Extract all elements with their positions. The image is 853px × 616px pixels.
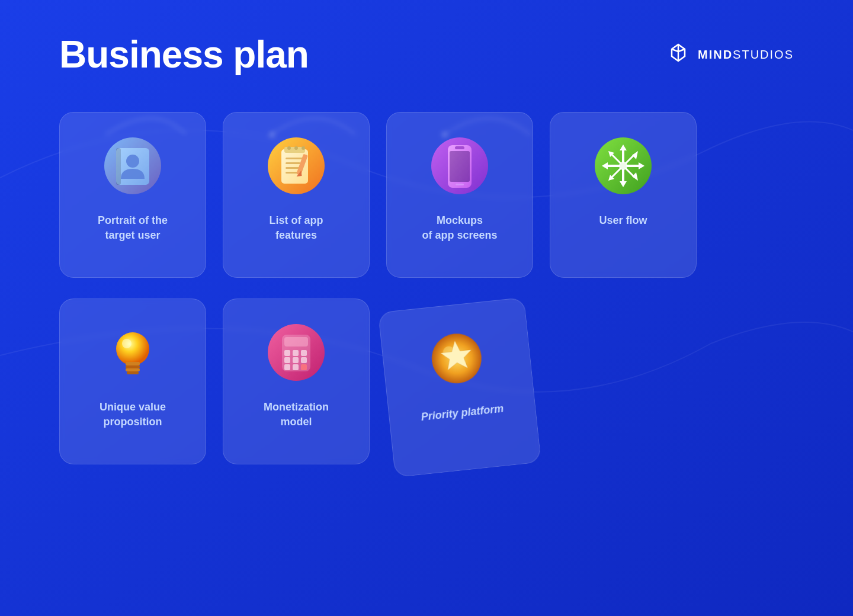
svg-point-12 xyxy=(302,146,305,150)
svg-rect-56 xyxy=(293,357,299,363)
card-userflow[interactable]: User flow xyxy=(550,112,697,278)
svg-rect-48 xyxy=(127,371,139,374)
cards-row-1: Portrait of the target user xyxy=(59,112,794,278)
svg-rect-55 xyxy=(284,357,290,363)
svg-rect-45 xyxy=(126,362,140,365)
card-portrait[interactable]: Portrait of the target user xyxy=(59,112,206,278)
svg-rect-57 xyxy=(301,357,307,363)
cards-row-2: Unique value proposition xyxy=(59,299,794,464)
header: Business plan MINDSTUDIOS xyxy=(0,0,853,76)
portrait-icon-wrap xyxy=(100,133,165,198)
card-features[interactable]: List of app features xyxy=(223,112,370,278)
features-icon-wrap xyxy=(264,133,329,198)
card-monetization-label: Monetization model xyxy=(264,400,329,429)
svg-rect-51 xyxy=(284,337,308,346)
card-monetization[interactable]: Monetization model xyxy=(223,299,370,464)
mockups-icon-wrap xyxy=(427,133,492,198)
card-features-label: List of app features xyxy=(270,213,323,243)
card-userflow-label: User flow xyxy=(599,213,647,228)
card-uvp-label: Unique value proposition xyxy=(100,400,166,429)
svg-rect-53 xyxy=(293,350,299,356)
priority-icon xyxy=(424,326,489,391)
svg-point-10 xyxy=(287,146,291,150)
uvp-icon-wrap xyxy=(100,320,165,385)
logo-area: MINDSTUDIOS xyxy=(666,42,794,67)
features-icon xyxy=(267,136,326,195)
svg-point-44 xyxy=(122,339,132,348)
svg-rect-60 xyxy=(301,364,307,370)
card-uvp[interactable]: Unique value proposition xyxy=(59,299,206,464)
logo-text: MINDSTUDIOS xyxy=(698,48,794,62)
svg-rect-13 xyxy=(286,158,303,159)
portrait-icon xyxy=(103,136,162,195)
monetization-icon xyxy=(267,323,326,382)
svg-rect-54 xyxy=(301,350,307,356)
svg-rect-22 xyxy=(455,146,464,149)
svg-point-43 xyxy=(116,332,149,365)
mindstudios-logo-icon xyxy=(666,42,691,67)
svg-rect-58 xyxy=(284,364,290,370)
monetization-icon-wrap xyxy=(264,320,329,385)
svg-point-11 xyxy=(294,146,298,150)
card-priority-label: Priority platform xyxy=(421,402,505,425)
svg-rect-47 xyxy=(126,368,140,371)
svg-rect-59 xyxy=(293,364,299,370)
svg-point-6 xyxy=(126,155,139,168)
svg-rect-5 xyxy=(116,148,121,185)
svg-rect-46 xyxy=(126,365,140,368)
svg-rect-24 xyxy=(450,151,470,182)
userflow-icon xyxy=(594,136,653,195)
userflow-icon-wrap xyxy=(591,133,656,198)
svg-rect-14 xyxy=(286,162,300,164)
card-mockups-label: Mockups of app screens xyxy=(422,213,497,243)
main-content: Portrait of the target user xyxy=(0,76,853,464)
page-title: Business plan xyxy=(59,33,309,76)
card-mockups[interactable]: Mockups of app screens xyxy=(386,112,533,278)
svg-rect-16 xyxy=(286,172,297,174)
svg-rect-23 xyxy=(456,184,464,185)
priority-icon-wrap xyxy=(421,323,492,394)
svg-rect-52 xyxy=(284,350,290,356)
card-portrait-label: Portrait of the target user xyxy=(98,213,168,243)
mockups-icon xyxy=(430,136,489,195)
card-priority[interactable]: Priority platform xyxy=(378,297,541,477)
uvp-icon xyxy=(103,323,162,382)
